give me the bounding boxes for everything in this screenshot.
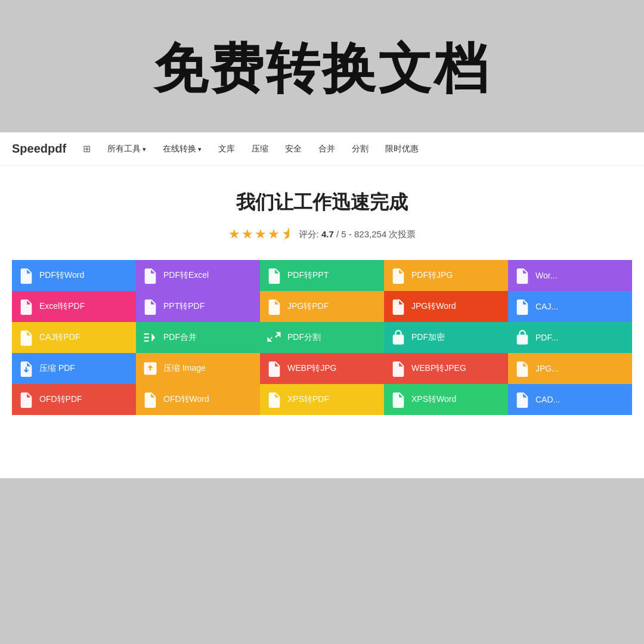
navbar: Speedpdf ⊞ 所有工具 在线转换 文库 压缩 安全 合并 分割 限时优惠 (0, 132, 644, 166)
tool-compress-image[interactable]: 压缩 Image (136, 353, 260, 384)
website-card: Speedpdf ⊞ 所有工具 在线转换 文库 压缩 安全 合并 分割 限时优惠… (0, 132, 644, 478)
rating-row: ★ ★ ★ ★ ⯨ 评分: 4.7 / 5 - 823,254 次投票 (12, 227, 632, 242)
tool-pdf-merge[interactable]: PDF合并 (136, 322, 260, 353)
rating-value: 4.7 (321, 229, 334, 239)
tool-pdf-partial-2[interactable]: PDF... (508, 322, 632, 353)
tool-ppt-to-pdf[interactable]: PPT转PDF (136, 291, 260, 322)
tool-grid: PDF转Word PDF转Excel PDF转PPT PDF转JPG Wor..… (12, 260, 632, 415)
star-4: ★ (268, 227, 280, 242)
tool-jpg-to-pdf[interactable]: JPG转PDF (260, 291, 384, 322)
tool-excel-to-pdf[interactable]: Excel转PDF (12, 291, 136, 322)
star-1: ★ (228, 227, 240, 242)
nav-library[interactable]: 文库 (218, 144, 235, 154)
tool-webp-to-jpeg[interactable]: WEBP转JPEG (384, 353, 508, 384)
nav-all-tools[interactable]: 所有工具 (107, 144, 146, 154)
nav-online-convert[interactable]: 在线转换 (163, 144, 202, 154)
tool-pdf-to-jpg[interactable]: PDF转JPG (384, 260, 508, 291)
tool-compress-pdf[interactable]: 压缩 PDF (12, 353, 136, 384)
tool-caj-to-pdf[interactable]: CAJ转PDF (12, 322, 136, 353)
rating-votes: 823,254 次投票 (354, 229, 416, 239)
tool-cad-partial[interactable]: CAD... (508, 384, 632, 415)
tool-xps-to-pdf[interactable]: XPS转PDF (260, 384, 384, 415)
tool-pdf-to-ppt[interactable]: PDF转PPT (260, 260, 384, 291)
star-half: ⯨ (281, 227, 294, 242)
star-2: ★ (242, 227, 253, 242)
rating-label: 评分: 4.7 / 5 - 823,254 次投票 (299, 229, 416, 240)
grid-icon: ⊞ (83, 143, 91, 154)
tool-ofd-to-pdf[interactable]: OFD转PDF (12, 384, 136, 415)
tool-jpg-partial[interactable]: JPG... (508, 353, 632, 384)
tool-pdf-split[interactable]: PDF分割 (260, 322, 384, 353)
nav-split[interactable]: 分割 (352, 144, 369, 154)
tool-caj-partial[interactable]: CAJ... (508, 291, 632, 322)
tool-xps-to-word[interactable]: XPS转Word (384, 384, 508, 415)
tool-ofd-to-word[interactable]: OFD转Word (136, 384, 260, 415)
nav-merge[interactable]: 合并 (318, 144, 335, 154)
tool-pdf-to-excel[interactable]: PDF转Excel (136, 260, 260, 291)
section-title: 我们让工作迅速完成 (12, 190, 632, 216)
nav-security[interactable]: 安全 (285, 144, 302, 154)
hero-section: 免费转换文档 (0, 0, 644, 132)
tool-pdf-to-word[interactable]: PDF转Word (12, 260, 136, 291)
star-3: ★ (255, 227, 267, 242)
tool-word-partial[interactable]: Wor... (508, 260, 632, 291)
tool-jpg-to-word[interactable]: JPG转Word (384, 291, 508, 322)
main-content: 我们让工作迅速完成 ★ ★ ★ ★ ⯨ 评分: 4.7 / 5 - 823,25… (0, 166, 644, 433)
stars: ★ ★ ★ ★ ⯨ (228, 227, 294, 242)
bottom-gray (0, 478, 644, 639)
tool-webp-to-jpg[interactable]: WEBP转JPG (260, 353, 384, 384)
tool-pdf-encrypt[interactable]: PDF加密 (384, 322, 508, 353)
nav-discount[interactable]: 限时优惠 (385, 144, 419, 154)
logo[interactable]: Speedpdf (12, 142, 66, 156)
nav-compress[interactable]: 压缩 (252, 144, 268, 154)
hero-title: 免费转换文档 (0, 33, 644, 106)
